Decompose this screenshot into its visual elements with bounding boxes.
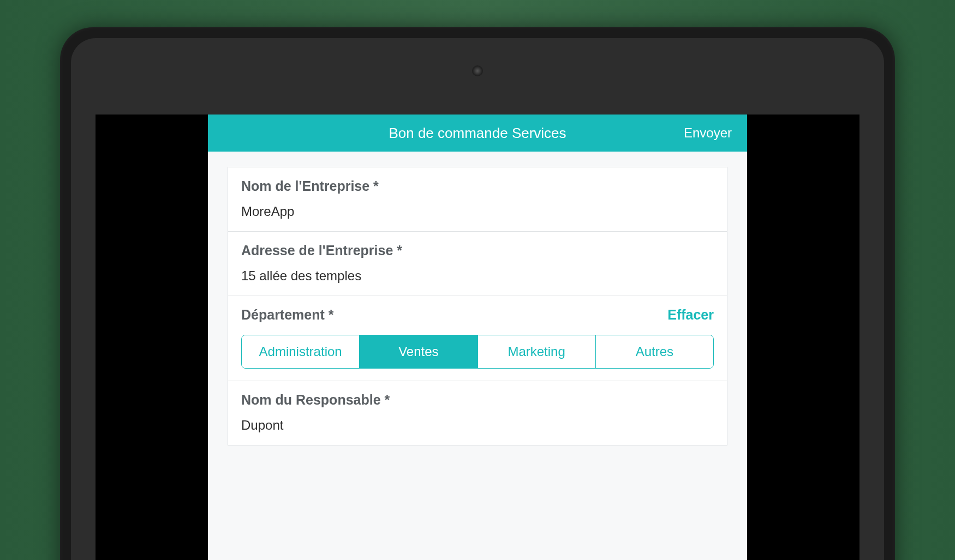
department-label: Département *: [241, 307, 334, 323]
segment-marketing[interactable]: Marketing: [478, 335, 596, 368]
page-title: Bon de commande Services: [389, 125, 566, 142]
app-header: Bon de commande Services Envoyer: [208, 115, 747, 152]
responsible-name-input[interactable]: [241, 418, 714, 433]
app-screen: Bon de commande Services Envoyer Nom de …: [208, 115, 747, 560]
segment-administration[interactable]: Administration: [242, 335, 360, 368]
company-name-input[interactable]: [241, 204, 714, 219]
submit-button[interactable]: Envoyer: [684, 125, 732, 141]
company-address-label: Adresse de l'Entreprise *: [241, 243, 714, 258]
form-area: Nom de l'Entreprise * Adresse de l'Entre…: [208, 152, 747, 445]
clear-button[interactable]: Effacer: [667, 307, 714, 323]
section-department: Département * Effacer Administration Ven…: [228, 296, 727, 381]
section-company-address: Adresse de l'Entreprise *: [228, 232, 727, 296]
department-segmented: Administration Ventes Marketing Autres: [241, 335, 714, 369]
segment-ventes[interactable]: Ventes: [360, 335, 478, 368]
responsible-name-label: Nom du Responsable *: [241, 392, 714, 408]
screen-wrap: Bon de commande Services Envoyer Nom de …: [96, 115, 860, 560]
company-name-label: Nom de l'Entreprise *: [241, 178, 714, 194]
segment-autres[interactable]: Autres: [596, 335, 713, 368]
company-address-input[interactable]: [241, 268, 714, 284]
tablet-inner: Bon de commande Services Envoyer Nom de …: [71, 38, 884, 560]
form-card: Nom de l'Entreprise * Adresse de l'Entre…: [228, 167, 727, 445]
section-responsible-name: Nom du Responsable *: [228, 381, 727, 445]
camera-icon: [472, 65, 483, 76]
section-company-name: Nom de l'Entreprise *: [228, 167, 727, 232]
tablet-frame: Bon de commande Services Envoyer Nom de …: [60, 27, 895, 560]
